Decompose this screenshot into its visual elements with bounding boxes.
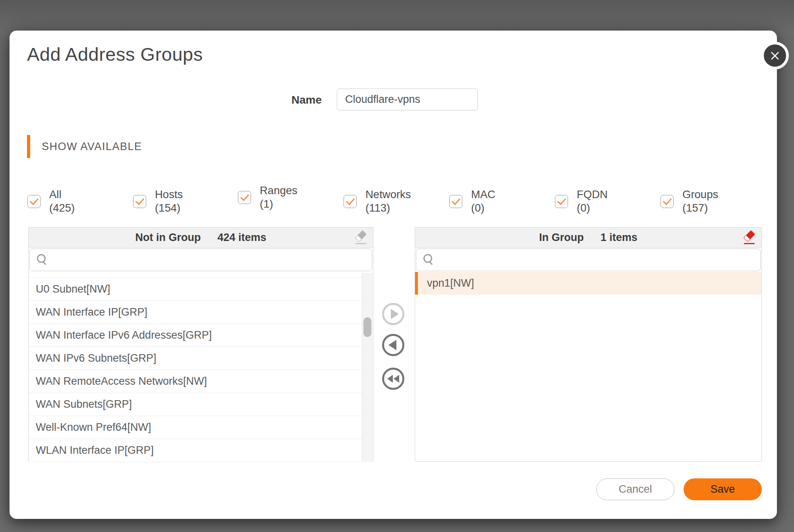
not-in-group-search [29,249,372,271]
search-icon [423,254,435,266]
checkbox-checked-icon[interactable] [661,195,674,208]
section-accent-bar [27,135,30,158]
name-label: Name [264,93,322,107]
dialog-overlay: Add Address Groups Name SHOW AVAILABLE A… [0,0,794,532]
scrollbar-thumb[interactable] [363,317,371,337]
save-button[interactable]: Save [684,478,762,500]
not-in-group-list: U0 Subnet[NW] WAN Interface IP[GRP] WAN … [29,272,373,462]
check-mark-icon [452,196,460,205]
in-group-panel: In Group 1 items vpn1[NW] [415,227,762,462]
filter-label: MAC (0) [471,188,495,215]
type-filter-checkbox-item[interactable]: MAC (0) [449,188,495,215]
list-row-partial [29,272,373,278]
search-icon [37,254,49,266]
checkbox-checked-icon[interactable] [27,195,41,208]
type-filter-checkbox-item[interactable]: Hosts (154) [133,188,183,215]
in-group-search-input[interactable] [440,249,756,272]
check-mark-icon [346,196,355,205]
not-in-group-panel: Not in Group 424 items U0 Subnet[NW] [28,227,373,462]
type-filter-checkbox-item[interactable]: Groups (157) [661,188,718,215]
check-mark-icon [30,196,39,205]
checkbox-checked-icon[interactable] [555,195,568,208]
address-label: WLAN Interface IP[GRP] [36,444,154,457]
move-all-left-button[interactable] [382,368,404,390]
eraser-underline [744,243,755,244]
eraser-icon [744,230,755,242]
filter-label: FQDN (0) [577,188,608,215]
scrollbar-track[interactable] [362,273,373,461]
cancel-button[interactable]: Cancel [596,478,674,500]
check-mark-icon [557,196,566,205]
filter-label: Groups (157) [682,188,718,215]
eraser-underline [355,243,366,244]
not-in-group-search-input[interactable] [54,249,368,272]
address-list-item[interactable]: Well-Known Pref64[NW] [29,416,373,439]
filter-label: All (425) [49,188,75,215]
filter-label: Hosts (154) [155,188,183,215]
type-filter-checkbox-item[interactable]: Ranges (1) [238,184,298,211]
type-filter-checkbox-item[interactable]: Networks (113) [344,188,411,215]
dialog-title: Add Address Groups [27,43,203,65]
arrow-right-icon [391,309,399,319]
clear-in-group-button[interactable] [742,231,757,245]
address-label: WAN Subnets[GRP] [36,398,132,411]
in-group-search [416,249,761,271]
filter-label: Networks (113) [365,188,411,215]
address-list-item[interactable]: WAN Interface IPv6 Addresses[GRP] [29,324,373,347]
in-group-header: In Group 1 items [415,227,761,248]
close-button[interactable] [761,42,789,69]
address-list-item[interactable]: WAN IPv6 Subnets[GRP] [29,347,373,370]
move-left-button[interactable] [382,334,404,356]
checkbox-checked-icon[interactable] [344,195,357,208]
address-list-item[interactable]: WAN Interface IP[GRP] [29,301,373,324]
address-list-item[interactable]: WLAN Interface IP[GRP] [29,439,373,462]
arrow-left-icon [388,340,396,350]
address-label: WAN Interface IPv6 Addresses[GRP] [36,329,212,341]
section-label: SHOW AVAILABLE [42,141,142,153]
not-in-group-title: Not in Group [135,231,201,244]
checkbox-checked-icon[interactable] [133,195,146,208]
check-mark-icon [240,192,249,201]
check-mark-icon [663,196,672,205]
selected-address-item[interactable]: vpn1[NW] [415,272,761,295]
check-mark-icon [135,196,144,205]
address-label: U0 Subnet[NW] [36,283,110,295]
address-list-item[interactable]: WAN Subnets[GRP] [29,393,373,416]
address-list-item[interactable]: U0 Subnet[NW] [29,278,373,301]
checkbox-checked-icon[interactable] [449,195,462,208]
in-group-list: vpn1[NW] [415,272,761,295]
not-in-group-header: Not in Group 424 items [29,227,373,248]
address-label: WAN IPv6 Subnets[GRP] [36,352,156,364]
in-group-title: In Group [539,231,583,244]
address-label: Well-Known Pref64[NW] [36,421,151,434]
in-group-count: 1 items [601,231,638,244]
add-address-groups-dialog: Add Address Groups Name SHOW AVAILABLE A… [10,31,777,519]
address-label: WAN Interface IP[GRP] [36,306,147,318]
selected-accent-bar [415,272,418,295]
type-filter-checkbox-item[interactable]: FQDN (0) [555,188,608,215]
double-arrow-left-icon [387,375,393,383]
filter-label: Ranges (1) [260,184,298,211]
name-input[interactable] [337,89,478,110]
not-in-group-count: 424 items [217,231,266,244]
eraser-icon [355,230,367,242]
double-arrow-left-icon [394,375,399,383]
address-label: vpn1[NW] [427,277,474,289]
checkbox-checked-icon[interactable] [238,191,251,204]
type-filter-checkbox-item[interactable]: All (425) [27,188,75,215]
address-label: WAN RemoteAccess Networks[NW] [36,375,207,387]
clear-not-in-group-button[interactable] [354,231,368,245]
move-right-button[interactable] [382,303,404,325]
address-list-item[interactable]: WAN RemoteAccess Networks[NW] [29,370,373,393]
